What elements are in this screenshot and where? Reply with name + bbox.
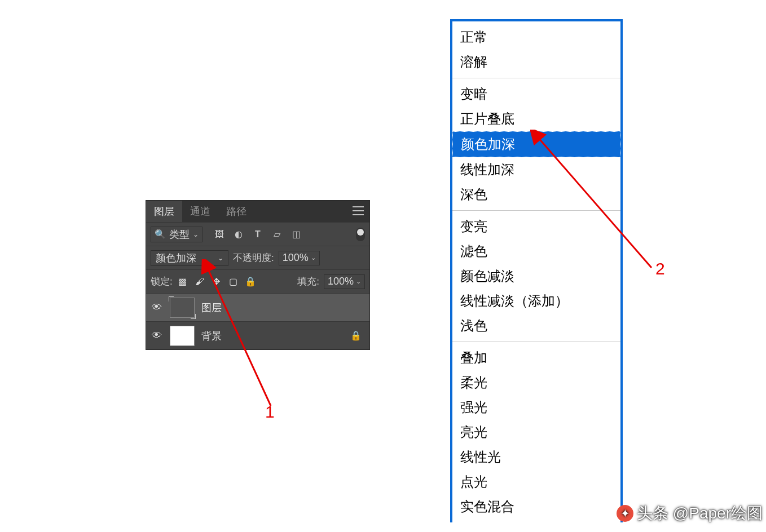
adjustment-filter-icon[interactable]: ◐ [233, 229, 244, 240]
filter-row: 🔍 类型 ⌄ 🖼 ◐ T ▱ ◫ [146, 222, 369, 246]
chevron-down-icon: ⌄ [311, 254, 316, 261]
lock-icons: ▩ 🖌 ✥ ▢ 🔒 [177, 276, 256, 287]
blend-option-darker-color[interactable]: 深色 [452, 182, 620, 207]
filter-type-label: 类型 [169, 228, 190, 241]
lock-label: 锁定: [151, 275, 173, 288]
lock-all-icon[interactable]: 🔒 [245, 276, 256, 287]
chevron-down-icon: ⌄ [193, 230, 199, 238]
tab-layers[interactable]: 图层 [146, 201, 182, 222]
blend-opacity-row: 颜色加深 ⌄ 不透明度: 100% ⌄ [146, 246, 369, 269]
blend-option-multiply[interactable]: 正片叠底 [452, 107, 620, 131]
blend-option-linear-light[interactable]: 线性光 [452, 445, 620, 469]
blend-option-linear-dodge[interactable]: 线性减淡（添加） [452, 289, 620, 313]
blend-option-linear-burn[interactable]: 线性加深 [452, 157, 620, 182]
blend-option-overlay[interactable]: 叠加 [452, 345, 620, 370]
search-icon: 🔍 [155, 229, 166, 240]
blend-option-hard-mix[interactable]: 实色混合 [452, 494, 620, 519]
lock-fill-row: 锁定: ▩ 🖌 ✥ ▢ 🔒 填充: 100% ⌄ [146, 269, 369, 293]
visibility-icon[interactable]: 👁 [151, 302, 163, 313]
annotation-label-2: 2 [655, 259, 665, 278]
filter-icons: 🖼 ◐ T ▱ ◫ [214, 229, 302, 240]
blend-option-soft-light[interactable]: 柔光 [452, 370, 620, 395]
blend-option-lighter-color[interactable]: 浅色 [452, 313, 620, 338]
watermark: ✦ 头条 @Paper绘图 [617, 503, 763, 524]
blend-option-pin-light[interactable]: 点光 [452, 469, 620, 494]
blend-option-hard-light[interactable]: 强光 [452, 395, 620, 420]
layer-thumbnail[interactable] [170, 326, 195, 346]
layer-row[interactable]: 👁 图层 [146, 293, 369, 321]
fill-label: 填充: [297, 275, 319, 288]
layer-row[interactable]: 👁 背景 🔒 [146, 321, 369, 349]
lock-icon: 🔒 [350, 330, 362, 341]
blend-option-color-burn[interactable]: 颜色加深 [452, 131, 620, 157]
fill-value: 100% [328, 276, 354, 287]
watermark-text: 头条 @Paper绘图 [637, 503, 763, 524]
smartobject-filter-icon[interactable]: ◫ [290, 229, 302, 240]
opacity-input[interactable]: 100% ⌄ [279, 251, 320, 265]
annotation-label-1: 1 [265, 402, 275, 422]
panel-menu-icon[interactable] [353, 206, 364, 215]
lock-paint-icon[interactable]: 🖌 [194, 276, 205, 287]
chevron-down-icon: ⌄ [218, 254, 223, 262]
layer-name[interactable]: 背景 [201, 329, 222, 343]
watermark-logo-icon: ✦ [617, 505, 633, 522]
blend-option-darken[interactable]: 变暗 [452, 82, 620, 107]
tab-paths[interactable]: 路径 [218, 201, 254, 222]
pixel-filter-icon[interactable]: 🖼 [214, 229, 225, 240]
tab-channels[interactable]: 通道 [182, 201, 218, 222]
blend-mode-value: 颜色加深 [156, 251, 196, 265]
opacity-label: 不透明度: [233, 251, 274, 264]
shape-filter-icon[interactable]: ▱ [271, 229, 283, 240]
lock-artboard-icon[interactable]: ▢ [228, 276, 239, 287]
layers-panel: 图层 通道 路径 🔍 类型 ⌄ 🖼 ◐ T ▱ ◫ 颜色加深 ⌄ 不透明度: 1… [146, 200, 370, 350]
blend-option-vivid-light[interactable]: 亮光 [452, 420, 620, 445]
fill-input[interactable]: 100% ⌄ [324, 274, 365, 289]
filter-toggle[interactable] [356, 228, 365, 241]
filter-type-select[interactable]: 🔍 类型 ⌄ [151, 227, 202, 242]
blend-option-lighten[interactable]: 变亮 [452, 214, 620, 239]
type-filter-icon[interactable]: T [252, 229, 263, 240]
blend-option-dissolve[interactable]: 溶解 [452, 50, 620, 74]
blend-mode-select[interactable]: 颜色加深 ⌄ [151, 250, 228, 266]
blend-mode-menu: 正常 溶解 变暗 正片叠底 颜色加深 线性加深 深色 变亮 滤色 颜色减淡 线性… [450, 19, 623, 522]
opacity-value: 100% [283, 252, 309, 264]
panel-tabs: 图层 通道 路径 [146, 201, 369, 222]
blend-option-screen[interactable]: 滤色 [452, 239, 620, 264]
blend-option-normal[interactable]: 正常 [452, 25, 620, 50]
visibility-icon[interactable]: 👁 [151, 330, 163, 342]
chevron-down-icon: ⌄ [356, 278, 361, 285]
lock-transparency-icon[interactable]: ▩ [177, 276, 188, 287]
layer-name[interactable]: 图层 [201, 301, 222, 314]
layer-thumbnail[interactable] [170, 298, 195, 318]
blend-option-color-dodge[interactable]: 颜色减淡 [452, 264, 620, 289]
lock-position-icon[interactable]: ✥ [211, 276, 222, 287]
